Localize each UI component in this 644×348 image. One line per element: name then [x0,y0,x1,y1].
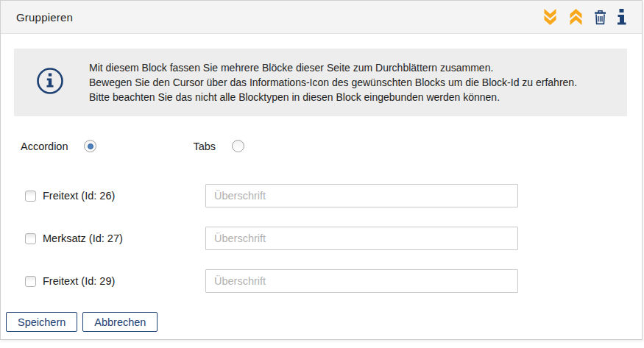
header-icon-bar [542,9,626,25]
block-checkbox[interactable] [25,276,36,287]
radio-button-accordion[interactable] [84,140,96,152]
info-box: Mit diesem Block fassen Sie mehrere Blöc… [14,49,627,116]
heading-input[interactable] [205,184,518,207]
info-icon[interactable] [617,9,626,25]
block-checkbox[interactable] [25,191,36,202]
footer-buttons: Speichern Abbrechen [6,312,158,332]
radio-button-tabs[interactable] [232,140,244,152]
block-row: Merksatz (Id: 27) [25,227,642,250]
gruppieren-dialog: Gruppieren [0,0,643,340]
info-text: Mit diesem Block fassen Sie mehrere Blöc… [89,60,577,104]
heading-input[interactable] [205,227,518,250]
block-row: Freitext (Id: 26) [25,184,642,207]
block-row: Freitext (Id: 29) [25,269,642,293]
block-label: Freitext (Id: 29) [43,275,115,287]
info-circle-icon [36,67,64,98]
block-label: Merksatz (Id: 27) [43,232,123,244]
block-label: Freitext (Id: 26) [43,190,115,202]
dialog-title: Gruppieren [16,11,73,24]
info-line-1: Mit diesem Block fassen Sie mehrere Blöc… [89,60,577,75]
info-line-2: Bewegen Sie den Cursor über das Informat… [89,75,577,90]
radio-option-tabs[interactable]: Tabs [193,140,244,152]
info-line-3: Bitte beachten Sie das nicht alle Blockt… [89,90,577,104]
double-chevron-down-icon[interactable] [542,9,558,25]
cancel-button[interactable]: Abbrechen [82,312,158,332]
radio-option-accordion[interactable]: Accordion [21,140,96,152]
double-chevron-up-icon[interactable] [568,9,584,25]
radio-label-tabs: Tabs [193,141,216,152]
block-checkbox[interactable] [25,233,36,244]
heading-input[interactable] [205,269,518,293]
dialog-header: Gruppieren [1,1,642,34]
trash-icon[interactable] [594,10,606,25]
save-button[interactable]: Speichern [6,312,77,332]
radio-label-accordion: Accordion [21,141,68,152]
layout-mode-row: Accordion Tabs [21,140,642,152]
